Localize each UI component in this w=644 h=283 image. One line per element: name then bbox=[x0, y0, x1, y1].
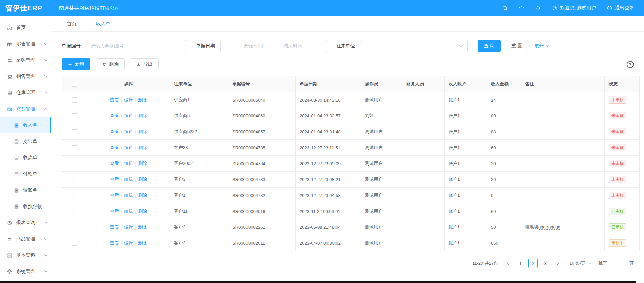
row-action-delete[interactable]: 删除 bbox=[138, 177, 147, 182]
logout-icon bbox=[607, 5, 613, 11]
row-checkbox[interactable] bbox=[72, 97, 77, 103]
welcome-user[interactable]: 欢迎您, 测试用户 bbox=[552, 5, 596, 11]
sidebar-subitem-payment-bill[interactable]: 付款单 bbox=[0, 166, 51, 182]
row-action-view[interactable]: 查看 bbox=[110, 145, 119, 150]
row-actions: 查看|编辑|删除 bbox=[87, 219, 170, 235]
row-action-edit[interactable]: 编辑 bbox=[124, 193, 133, 198]
row-actions: 查看|编辑|删除 bbox=[87, 92, 170, 108]
row-checkbox[interactable] bbox=[72, 129, 77, 134]
date-end-placeholder: 结束时间 bbox=[283, 43, 302, 49]
prev-page-button[interactable] bbox=[503, 259, 513, 268]
sidebar-subitem-expense-bill[interactable]: 支出单 bbox=[0, 133, 51, 150]
export-button[interactable]: 导出 bbox=[130, 58, 159, 70]
row-action-view[interactable]: 查看 bbox=[110, 161, 119, 166]
row-action-delete[interactable]: 删除 bbox=[138, 161, 147, 166]
row-action-delete[interactable]: 删除 bbox=[138, 145, 147, 150]
row-checkbox[interactable] bbox=[72, 177, 77, 182]
sidebar-subitem-label: 收预付款 bbox=[23, 203, 42, 210]
date-range-picker[interactable]: 开始时间 ~ 结束时间 bbox=[220, 40, 326, 52]
row-action-delete[interactable]: 删除 bbox=[138, 224, 147, 230]
sidebar-item-goods[interactable]: 商品管理 bbox=[0, 231, 51, 247]
status-badge: 未审核 bbox=[609, 128, 626, 135]
help-icon[interactable]: ? bbox=[627, 61, 634, 68]
page-button-1[interactable]: 1 bbox=[516, 259, 525, 268]
row-action-view[interactable]: 查看 bbox=[110, 209, 119, 214]
sidebar-item-system[interactable]: 系统管理 bbox=[0, 263, 51, 280]
row-action-edit[interactable]: 编辑 bbox=[124, 177, 133, 182]
delete-button[interactable]: 删除 bbox=[96, 58, 125, 70]
row-action-edit[interactable]: 编辑 bbox=[124, 145, 133, 150]
page-button-3[interactable]: 3 bbox=[541, 259, 550, 268]
search-button[interactable]: 查 询 bbox=[478, 40, 501, 52]
tab-home[interactable]: 首页 bbox=[66, 21, 78, 31]
row-action-view[interactable]: 查看 bbox=[110, 177, 119, 182]
app-logo: 管伊佳ERP bbox=[0, 3, 51, 13]
sidebar-item-report[interactable]: 报表查询 bbox=[0, 215, 51, 231]
column-header: 单据日期 bbox=[296, 76, 361, 92]
sidebar-item-purchase[interactable]: 采购管理 bbox=[0, 52, 51, 68]
bell-icon[interactable] bbox=[535, 5, 541, 11]
row-action-view[interactable]: 查看 bbox=[110, 224, 119, 230]
row-checkbox[interactable] bbox=[72, 193, 77, 198]
cell-finance-person bbox=[402, 156, 445, 172]
row-action-view[interactable]: 查看 bbox=[110, 240, 119, 245]
row-action-delete[interactable]: 删除 bbox=[138, 209, 147, 214]
row-checkbox[interactable] bbox=[72, 225, 77, 230]
sidebar-item-home[interactable]: 首页 bbox=[0, 20, 51, 36]
bank-icon[interactable] bbox=[519, 5, 524, 11]
cell-partner: 客户3 bbox=[170, 172, 228, 188]
row-action-delete[interactable]: 删除 bbox=[138, 240, 147, 245]
sidebar-item-basic-data[interactable]: 基本资料 bbox=[0, 247, 51, 263]
row-action-edit[interactable]: 编辑 bbox=[124, 224, 133, 230]
column-header: 收入账户 bbox=[445, 76, 487, 92]
next-page-button[interactable] bbox=[553, 259, 563, 268]
row-action-edit[interactable]: 编辑 bbox=[124, 113, 133, 118]
row-checkbox[interactable] bbox=[72, 113, 77, 118]
date-start-placeholder: 开始时间 bbox=[244, 43, 263, 49]
jump-page-input[interactable] bbox=[610, 259, 626, 268]
cell-operator: 测试用户 bbox=[361, 219, 402, 235]
row-checkbox[interactable] bbox=[72, 241, 77, 246]
logout-button[interactable]: 退出登录 bbox=[607, 5, 634, 11]
bill-no-input[interactable] bbox=[86, 40, 186, 52]
sidebar-subitem-advance-bill[interactable]: 收预付款 bbox=[0, 198, 51, 215]
sidebar-item-sales[interactable]: 销售管理 bbox=[0, 68, 51, 85]
row-checkbox[interactable] bbox=[72, 209, 77, 214]
row-action-edit[interactable]: 编辑 bbox=[124, 209, 133, 214]
row-action-edit[interactable]: 编辑 bbox=[124, 240, 133, 245]
cell-operator: 测试用户 bbox=[361, 124, 402, 140]
sidebar-subitem-income-bill[interactable]: 收入单 bbox=[0, 117, 51, 133]
sidebar-subitem-transfer-bill[interactable]: 转账单 bbox=[0, 182, 51, 198]
row-action-view[interactable]: 查看 bbox=[110, 113, 119, 118]
row-action-edit[interactable]: 编辑 bbox=[124, 97, 133, 102]
sidebar-item-label: 首页 bbox=[16, 25, 26, 31]
sidebar-subitem-receipt-bill[interactable]: 收款单 bbox=[0, 150, 51, 166]
row-action-delete[interactable]: 删除 bbox=[138, 97, 147, 102]
select-all-checkbox[interactable] bbox=[72, 82, 77, 87]
row-action-view[interactable]: 查看 bbox=[110, 97, 119, 102]
expand-link[interactable]: 展开 bbox=[534, 43, 550, 49]
row-action-delete[interactable]: 删除 bbox=[138, 193, 147, 198]
row-action-delete[interactable]: 删除 bbox=[138, 113, 147, 118]
reset-button[interactable]: 重 置 bbox=[506, 40, 529, 52]
row-action-view[interactable]: 查看 bbox=[110, 129, 119, 134]
cell-remark bbox=[521, 92, 605, 108]
page-button-2[interactable]: 2 bbox=[528, 259, 538, 268]
column-header: 状态 bbox=[605, 76, 640, 92]
row-checkbox[interactable] bbox=[72, 145, 77, 150]
row-action-edit[interactable]: 编辑 bbox=[124, 129, 133, 134]
row-checkbox[interactable] bbox=[72, 161, 77, 166]
sidebar-item-warehouse[interactable]: 仓库管理 bbox=[0, 85, 51, 101]
row-action-view[interactable]: 查看 bbox=[110, 193, 119, 198]
sidebar-item-finance[interactable]: 财务管理 bbox=[0, 101, 51, 117]
search-icon[interactable] bbox=[502, 5, 508, 11]
partner-select[interactable] bbox=[361, 40, 468, 52]
tab-income-bill[interactable]: 收入单 bbox=[95, 21, 111, 31]
row-action-edit[interactable]: 编辑 bbox=[124, 161, 133, 166]
add-button[interactable]: 新增 bbox=[62, 58, 90, 70]
sidebar-item-retail[interactable]: 零售管理 bbox=[0, 36, 51, 52]
row-action-delete[interactable]: 删除 bbox=[138, 129, 147, 134]
page-size-select[interactable]: 10 条/页 bbox=[566, 259, 595, 268]
cell-operator: 测试用户 bbox=[361, 140, 402, 156]
action-separator: | bbox=[135, 145, 136, 150]
